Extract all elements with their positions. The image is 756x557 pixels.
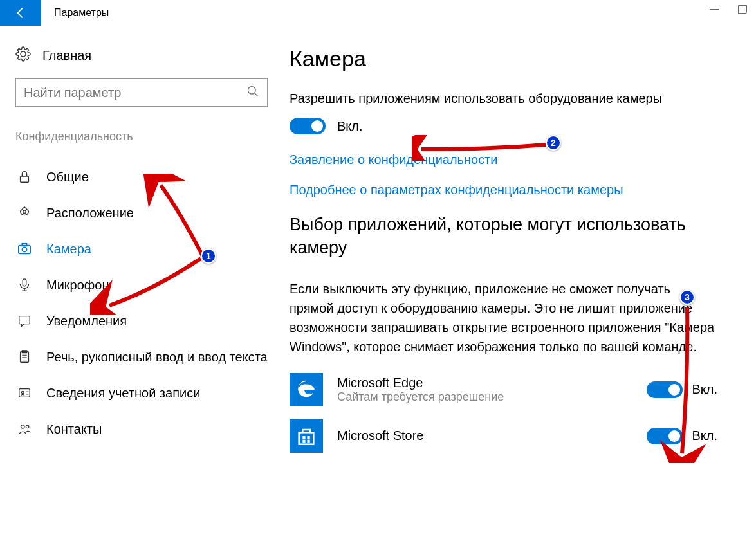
sidebar-item-label: Общие	[46, 170, 89, 185]
section-label: Конфиденциальность	[15, 130, 268, 143]
svg-point-7	[22, 247, 26, 251]
home-row[interactable]: Главная	[15, 41, 268, 78]
svg-line-3	[255, 93, 258, 96]
app-sub: Сайтам требуется разрешение	[337, 390, 647, 404]
search-icon	[246, 85, 259, 100]
sidebar-item-microphone[interactable]: Микрофон	[15, 267, 268, 303]
sidebar-item-label: Контакты	[46, 422, 102, 437]
store-toggle-state: Вкл.	[692, 428, 717, 443]
window-title: Параметры	[54, 7, 109, 19]
sidebar-item-label: Микрофон	[46, 278, 109, 293]
camera-icon	[15, 240, 33, 258]
choose-apps-heading: Выбор приложений, которые могут использо…	[290, 213, 717, 260]
allow-camera-toggle-row: Вкл.	[290, 118, 717, 134]
annotation-badge-1: 1	[201, 248, 216, 264]
sidebar-item-label: Уведомления	[46, 314, 127, 329]
search-box[interactable]	[15, 78, 268, 107]
message-icon	[15, 312, 33, 330]
titlebar: Параметры	[0, 0, 756, 26]
svg-rect-25	[302, 440, 305, 443]
allow-camera-state: Вкл.	[337, 119, 363, 134]
svg-rect-24	[307, 436, 309, 439]
microphone-icon	[15, 276, 33, 294]
svg-point-5	[23, 210, 26, 214]
annotation-badge-2: 2	[546, 135, 561, 151]
app-row-store: Microsoft Store Вкл.	[290, 419, 717, 453]
sidebar-item-camera[interactable]: Камера	[15, 231, 268, 267]
app-name: Microsoft Edge	[337, 376, 647, 390]
maximize-icon	[738, 5, 747, 14]
allow-camera-label: Разрешить приложениям использовать обору…	[290, 89, 717, 107]
page-title: Камера	[290, 46, 717, 71]
edge-toggle-state: Вкл.	[692, 382, 717, 397]
svg-point-21	[26, 425, 29, 428]
account-icon	[15, 384, 33, 402]
minimize-icon	[710, 5, 719, 14]
privacy-statement-link[interactable]: Заявление о конфиденциальности	[290, 152, 717, 167]
sidebar-item-contacts[interactable]: Контакты	[15, 411, 268, 447]
sidebar-item-label: Сведения учетной записи	[46, 386, 200, 401]
svg-rect-9	[23, 279, 26, 286]
lock-icon	[15, 168, 33, 186]
svg-rect-16	[19, 389, 30, 397]
sidebar-item-account[interactable]: Сведения учетной записи	[15, 375, 268, 411]
annotation-badge-3: 3	[679, 289, 695, 305]
edge-toggle[interactable]	[647, 381, 683, 398]
svg-rect-26	[307, 440, 309, 443]
svg-rect-23	[302, 436, 305, 439]
svg-rect-6	[19, 246, 30, 254]
sidebar-item-location[interactable]: Расположение	[15, 195, 268, 231]
gear-icon	[15, 46, 31, 64]
minimize-button[interactable]	[708, 4, 720, 15]
learn-more-link[interactable]: Подробнее о параметрах конфиденциальност…	[290, 183, 717, 197]
svg-point-17	[21, 391, 24, 394]
arrow-left-icon	[14, 6, 28, 20]
home-label: Главная	[42, 48, 91, 63]
app-name: Microsoft Store	[337, 428, 647, 443]
sidebar-item-label: Камера	[46, 242, 91, 257]
svg-point-20	[21, 425, 25, 429]
sidebar-item-general[interactable]: Общие	[15, 159, 268, 195]
clipboard-icon	[15, 348, 33, 366]
edge-app-icon	[290, 373, 323, 406]
svg-rect-8	[22, 244, 26, 246]
app-row-edge: Microsoft Edge Сайтам требуется разрешен…	[290, 373, 717, 406]
contacts-icon	[15, 420, 33, 438]
svg-rect-1	[739, 6, 746, 14]
choose-apps-description: Если выключить эту функцию, приложение н…	[290, 279, 717, 356]
allow-camera-toggle[interactable]	[290, 118, 326, 134]
svg-rect-10	[19, 316, 30, 324]
sidebar-item-label: Речь, рукописный ввод и ввод текста	[46, 350, 268, 365]
svg-rect-4	[21, 176, 29, 182]
sidebar-item-notifications[interactable]: Уведомления	[15, 303, 268, 339]
svg-point-2	[248, 87, 256, 95]
search-input[interactable]	[24, 86, 246, 100]
sidebar: Главная Конфиденциальность Общие Располо…	[0, 26, 283, 557]
window-controls	[708, 4, 748, 15]
sidebar-item-speech[interactable]: Речь, рукописный ввод и ввод текста	[15, 339, 268, 375]
back-button[interactable]	[0, 0, 41, 26]
sidebar-item-label: Расположение	[46, 206, 134, 221]
store-toggle[interactable]	[647, 428, 683, 444]
svg-rect-22	[299, 432, 314, 444]
location-icon	[15, 204, 33, 222]
store-app-icon	[290, 419, 323, 453]
